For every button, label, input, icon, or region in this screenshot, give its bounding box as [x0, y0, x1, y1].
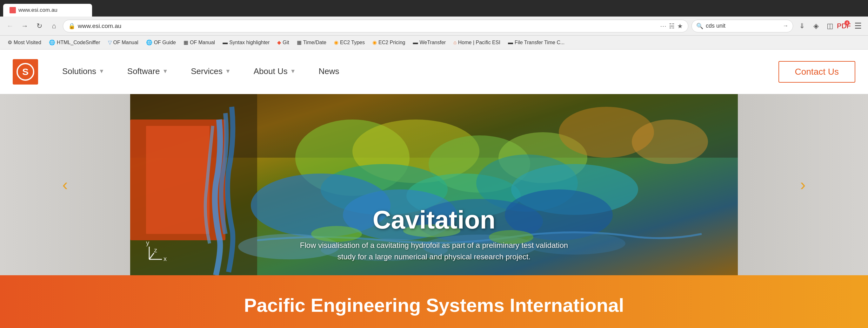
nav-item-solutions[interactable]: Solutions ▼	[51, 50, 116, 94]
slider-right-panel: ›	[738, 94, 868, 275]
address-bar[interactable]: 🔒 www.esi.com.au ⋯ ☵ ★	[63, 20, 688, 32]
nav-item-about-us[interactable]: About Us ▼	[242, 50, 307, 94]
forward-button[interactable]: →	[19, 20, 30, 32]
refresh-button[interactable]: ↻	[34, 20, 45, 32]
company-name-title: Pacific Engineering Systems Internationa…	[244, 294, 624, 316]
search-query: cds unit	[706, 23, 780, 29]
codesniffer-icon: 🌐	[49, 39, 55, 46]
bookmark-label: EC2 Types	[340, 40, 365, 46]
nav-label-solutions: Solutions	[62, 66, 96, 76]
orange-section: Pacific Engineering Systems Internationa…	[0, 275, 868, 328]
bookmarks-bar: ⚙ Most Visited 🌐 HTML_CodeSniffer ▽ OF M…	[0, 35, 868, 50]
bookmark-label: WeTransfer	[420, 40, 446, 46]
reader-mode-icon[interactable]: ☵	[669, 22, 675, 30]
pdf-icon[interactable]: PDF 4	[838, 20, 849, 32]
nav-item-software[interactable]: Software ▼	[116, 50, 179, 94]
bookmark-git[interactable]: ◆ Git	[274, 38, 292, 47]
slider-center: x y z Cavitation Flow visualisation of a…	[130, 94, 738, 275]
bookmark-label: OF Manual	[190, 40, 215, 46]
bookmark-label: Git	[283, 40, 289, 46]
wetransfer-icon: ▬	[413, 40, 418, 46]
home-button[interactable]: ⌂	[48, 20, 60, 32]
bookmark-label: OF Manual	[113, 40, 138, 46]
nav-label-services: Services	[191, 66, 222, 76]
of-manual-icon: ▽	[108, 39, 112, 46]
bookmark-most-visited[interactable]: ⚙ Most Visited	[4, 38, 44, 47]
bookmark-html-codesniffer[interactable]: 🌐 HTML_CodeSniffer	[46, 38, 103, 47]
bookmark-ec2-types[interactable]: ◉ EC2 Types	[331, 38, 368, 47]
bookmark-label: HTML_CodeSniffer	[57, 40, 100, 46]
most-visited-icon: ⚙	[8, 39, 12, 46]
bookmark-pacific-esi[interactable]: ⌂ Home | Pacific ESI	[450, 38, 503, 47]
slider-left-panel: ‹	[0, 94, 130, 275]
of-guide-icon: 🌐	[146, 39, 152, 46]
tab-favicon	[9, 7, 16, 13]
security-icon: 🔒	[68, 23, 75, 30]
hero-slider: ‹	[0, 94, 868, 275]
search-bar[interactable]: 🔍 cds unit →	[691, 20, 793, 32]
browser-tab[interactable]: www.esi.com.au	[3, 4, 92, 17]
bookmark-time-date[interactable]: ▦ Time/Date	[294, 38, 330, 47]
browser-toolbar: ← → ↻ ⌂ 🔒 www.esi.com.au ⋯ ☵ ★ 🔍 cds uni…	[0, 17, 868, 35]
bookmark-label: Most Visited	[14, 40, 41, 46]
ec2-pricing-icon: ◉	[372, 39, 377, 46]
browser-tab-bar: www.esi.com.au	[0, 0, 868, 17]
of-manual2-icon: ▦	[184, 39, 188, 46]
search-go-icon[interactable]: →	[783, 23, 788, 29]
bookmark-star-icon[interactable]: ★	[677, 22, 683, 30]
bookmark-of-manual-1[interactable]: ▽ OF Manual	[105, 38, 142, 47]
prev-slide-button[interactable]: ‹	[62, 175, 68, 194]
search-icon: 🔍	[696, 23, 703, 30]
chevron-down-icon: ▼	[290, 68, 296, 75]
back-button[interactable]: ←	[4, 20, 16, 32]
logo-letter: S	[22, 66, 29, 77]
slide-title: Cavitation	[149, 205, 719, 235]
navbar: S Solutions ▼ Software ▼ Services ▼ Abou…	[0, 50, 868, 94]
tab-title: www.esi.com.au	[19, 7, 58, 13]
nav-item-news[interactable]: News	[307, 50, 351, 94]
nav-item-services[interactable]: Services ▼	[179, 50, 242, 94]
git-icon: ◆	[277, 39, 281, 46]
time-date-icon: ▦	[297, 39, 302, 46]
website: S Solutions ▼ Software ▼ Services ▼ Abou…	[0, 50, 868, 328]
bookmark-ec2-pricing[interactable]: ◉ EC2 Pricing	[369, 38, 408, 47]
file-transfer-icon: ▬	[508, 40, 513, 46]
nav-label-about-us: About Us	[254, 66, 288, 76]
pacific-esi-icon: ⌂	[453, 40, 457, 46]
bookmark-label: File Transfer Time C...	[515, 40, 564, 46]
bookmark-label: Home | Pacific ESI	[458, 40, 500, 46]
toolbar-right: ⇓ ◈ ◫ PDF 4 ☰	[796, 20, 864, 32]
bookmark-of-guide[interactable]: 🌐 OF Guide	[143, 38, 179, 47]
pocket-icon[interactable]: ◈	[810, 20, 822, 32]
bookmark-syntax-highlighter[interactable]: ▬ Syntax highlighter	[219, 38, 273, 47]
ec2-types-icon: ◉	[334, 39, 338, 46]
bookmark-label: OF Guide	[154, 40, 176, 46]
browser-chrome: www.esi.com.au ← → ↻ ⌂ 🔒 www.esi.com.au …	[0, 0, 868, 50]
chevron-down-icon: ▼	[225, 68, 231, 75]
syntax-icon: ▬	[222, 40, 228, 46]
address-menu-icon[interactable]: ⋯	[660, 22, 666, 30]
contact-us-button[interactable]: Contact Us	[778, 61, 856, 83]
logo-inner: S	[17, 63, 34, 81]
url-text: www.esi.com.au	[78, 23, 657, 30]
bookmark-label: EC2 Pricing	[378, 40, 405, 46]
bookmark-of-manual-2[interactable]: ▦ OF Manual	[180, 38, 218, 47]
bookmark-wetransfer[interactable]: ▬ WeTransfer	[409, 38, 449, 47]
reader-view-icon[interactable]: ◫	[824, 20, 836, 32]
nav-label-news: News	[319, 66, 339, 76]
nav-links: Solutions ▼ Software ▼ Services ▼ About …	[51, 50, 778, 94]
bookmark-label: Time/Date	[303, 40, 327, 46]
nav-label-software: Software	[127, 66, 160, 76]
svg-point-25	[632, 119, 708, 164]
chevron-down-icon: ▼	[99, 68, 104, 75]
chevron-down-icon: ▼	[162, 68, 168, 75]
download-icon[interactable]: ⇓	[796, 20, 808, 32]
badge-count: 4	[844, 20, 849, 25]
bookmark-file-transfer[interactable]: ▬ File Transfer Time C...	[505, 38, 568, 47]
slide-description: Flow visualisation of a cavitating hydro…	[291, 240, 577, 263]
hamburger-menu-icon[interactable]: ☰	[852, 20, 864, 32]
logo[interactable]: S	[13, 59, 38, 85]
bookmark-label: Syntax highlighter	[229, 40, 270, 46]
slide-text-overlay: Cavitation Flow visualisation of a cavit…	[130, 196, 738, 275]
next-slide-button[interactable]: ›	[800, 175, 805, 194]
